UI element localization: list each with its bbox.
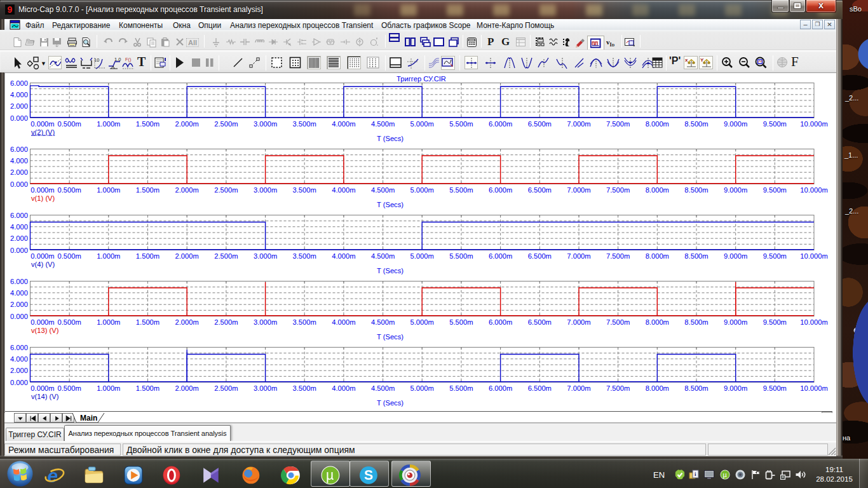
- svg-text:Main: Main: [80, 414, 97, 423]
- svg-text:e: e: [47, 465, 58, 486]
- svg-text:x: x: [685, 57, 688, 63]
- svg-text:F(): F(): [125, 57, 132, 62]
- svg-text:µ: µ: [723, 471, 728, 478]
- svg-text:µ: µ: [326, 468, 334, 483]
- svg-text:S: S: [364, 468, 373, 483]
